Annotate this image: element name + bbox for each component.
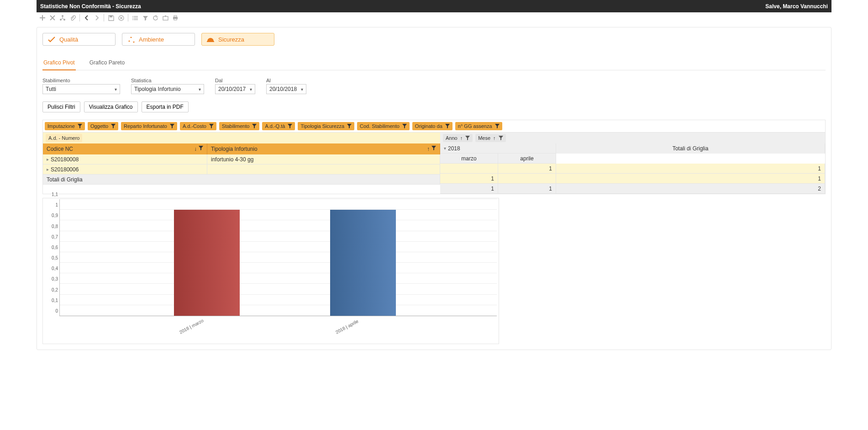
reset-view-icon[interactable] xyxy=(161,14,169,22)
row-header-codice[interactable]: Codice NC ↓ xyxy=(43,143,207,154)
delete-icon[interactable] xyxy=(48,14,57,22)
toolbar xyxy=(37,12,831,23)
data-cell xyxy=(440,164,498,174)
filter-chip[interactable]: Stabilimento xyxy=(219,122,260,130)
row-header-tipologia[interactable]: Tipologia Infortunio ↑ xyxy=(207,143,440,154)
chip-label: Oggetto xyxy=(90,123,108,129)
row-tipologia xyxy=(207,165,440,175)
cancel-icon[interactable] xyxy=(117,14,125,22)
show-chart-button[interactable]: Visualizza Grafico xyxy=(84,101,138,112)
dropdown-statistica[interactable]: Tipologia Infortunio ▾ xyxy=(131,84,204,94)
filter-chip[interactable]: Tipologia Sicurezza xyxy=(298,122,354,130)
add-icon[interactable] xyxy=(38,14,47,22)
value: 20/10/2018 xyxy=(269,86,297,92)
funnel-icon[interactable] xyxy=(209,124,214,128)
funnel-icon[interactable] xyxy=(465,136,470,140)
funnel-icon[interactable] xyxy=(499,136,503,140)
tab-label: Qualità xyxy=(59,36,78,43)
subtab-pareto[interactable]: Grafico Pareto xyxy=(89,57,126,70)
chip-label: Mese xyxy=(478,135,490,141)
y-tick-label: 0,9 xyxy=(52,213,58,218)
funnel-icon[interactable] xyxy=(78,124,82,128)
category-tabs: Qualità Ambiente Sicurezza xyxy=(42,33,826,46)
expand-icon[interactable]: ▸ xyxy=(47,157,49,162)
list-icon[interactable] xyxy=(131,14,139,22)
app-header: Statistiche Non Conformità - Sicurezza S… xyxy=(37,0,831,12)
sort-filter-icons[interactable]: ↑ xyxy=(427,146,436,152)
row-codice[interactable]: ▸S20180006 xyxy=(43,165,207,175)
row-codice[interactable]: ▸S20180008 xyxy=(43,154,207,165)
filter-chip[interactable]: n° GG assenza xyxy=(455,122,502,130)
sort-icon: ↑ xyxy=(460,135,463,141)
y-tick-label: 0,5 xyxy=(52,255,58,260)
pivot-filter-area[interactable]: Imputazione Oggetto Reparto Infortunato … xyxy=(42,120,826,133)
funnel-icon[interactable] xyxy=(445,124,450,128)
y-tick-label: 0,3 xyxy=(52,276,58,281)
col-chip-anno[interactable]: Anno ↑ xyxy=(443,134,473,142)
svg-rect-3 xyxy=(110,16,112,17)
tab-label: Ambiente xyxy=(139,36,164,43)
tab-sicurezza[interactable]: Sicurezza xyxy=(201,33,274,46)
col-chip-mese[interactable]: Mese ↑ xyxy=(475,134,505,142)
pivot-data-area[interactable]: A.d. - Numero xyxy=(43,133,440,143)
y-tick-label: 0,7 xyxy=(52,234,58,239)
dropdown-stabilimento[interactable]: Tutti ▾ xyxy=(42,84,120,94)
row-total-cell: 1 xyxy=(556,164,825,174)
filter-chip[interactable]: Reparto Infortunato xyxy=(121,122,177,130)
svg-point-0 xyxy=(62,15,63,17)
funnel-icon[interactable] xyxy=(347,124,352,128)
chip-label: Stabilimento xyxy=(222,123,250,129)
filter-chip[interactable]: Originato da xyxy=(412,122,452,130)
chart-plot-area: 00,10,20,30,40,50,60,70,80,911,12018 | m… xyxy=(59,199,497,316)
funnel-icon[interactable] xyxy=(495,124,500,128)
month-header: aprile xyxy=(498,154,556,164)
data-chip[interactable]: A.d. - Numero xyxy=(46,134,82,142)
y-tick-label: 0 xyxy=(55,308,58,313)
sort-filter-icons[interactable]: ↓ xyxy=(194,146,203,152)
action-row: Pulisci Filtri Visualizza Grafico Esport… xyxy=(42,101,826,112)
caret-down-icon: ▾ xyxy=(199,87,201,92)
refresh-icon[interactable] xyxy=(151,14,159,22)
label: Al xyxy=(266,78,306,83)
funnel-icon[interactable] xyxy=(111,124,116,128)
svg-rect-12 xyxy=(207,41,214,42)
tab-qualita[interactable]: Qualità xyxy=(42,33,116,46)
save-icon[interactable] xyxy=(107,14,115,22)
tab-ambiente[interactable]: Ambiente xyxy=(122,33,195,46)
funnel-icon[interactable] xyxy=(402,124,407,128)
chart: 00,10,20,30,40,50,60,70,80,911,12018 | m… xyxy=(42,198,499,344)
svg-point-5 xyxy=(132,16,133,17)
tree-icon[interactable] xyxy=(58,14,67,22)
attach-icon[interactable] xyxy=(68,14,77,22)
field-statistica: Statistica Tipologia Infortunio ▾ xyxy=(131,78,204,94)
funnel-icon[interactable] xyxy=(141,14,149,22)
filter-chip[interactable]: Oggetto xyxy=(88,122,118,130)
export-pdf-button[interactable]: Esporta in PDF xyxy=(142,101,189,112)
filter-chip[interactable]: Cod. Stabilimento xyxy=(357,122,410,130)
funnel-icon[interactable] xyxy=(288,124,292,128)
datepicker-al[interactable]: 20/10/2018 ▾ xyxy=(266,84,306,94)
pivot-grid: Imputazione Oggetto Reparto Infortunato … xyxy=(42,120,826,194)
forward-icon[interactable] xyxy=(93,14,101,22)
filter-chip[interactable]: Imputazione xyxy=(45,122,85,130)
expand-icon[interactable]: ▸ xyxy=(47,167,49,172)
clear-filters-button[interactable]: Pulisci Filtri xyxy=(42,101,80,112)
x-tick-label: 2018 | aprile xyxy=(335,319,359,334)
funnel-icon[interactable] xyxy=(252,124,257,128)
separator xyxy=(128,14,128,21)
row-tipologia: infortunio 4-30 gg xyxy=(207,154,440,165)
filter-chip[interactable]: A.d.-Costo xyxy=(180,122,216,130)
filter-chip[interactable]: A.d.-Q.tà xyxy=(262,122,295,130)
back-icon[interactable] xyxy=(83,14,91,22)
main-panel: Qualità Ambiente Sicurezza Grafico Pivot… xyxy=(37,27,831,350)
pivot-column-area[interactable]: Anno ↑ Mese ↑ xyxy=(440,133,825,143)
chart-bar xyxy=(330,210,396,316)
y-tick-label: 0,1 xyxy=(52,297,58,303)
chip-label: Originato da xyxy=(415,123,442,129)
subtab-pivot[interactable]: Grafico Pivot xyxy=(42,57,76,70)
sort-icon: ↑ xyxy=(493,135,496,141)
separator xyxy=(79,14,80,21)
funnel-icon[interactable] xyxy=(170,124,174,128)
datepicker-dal[interactable]: 20/10/2017 ▾ xyxy=(215,84,255,94)
print-icon[interactable] xyxy=(171,14,179,22)
